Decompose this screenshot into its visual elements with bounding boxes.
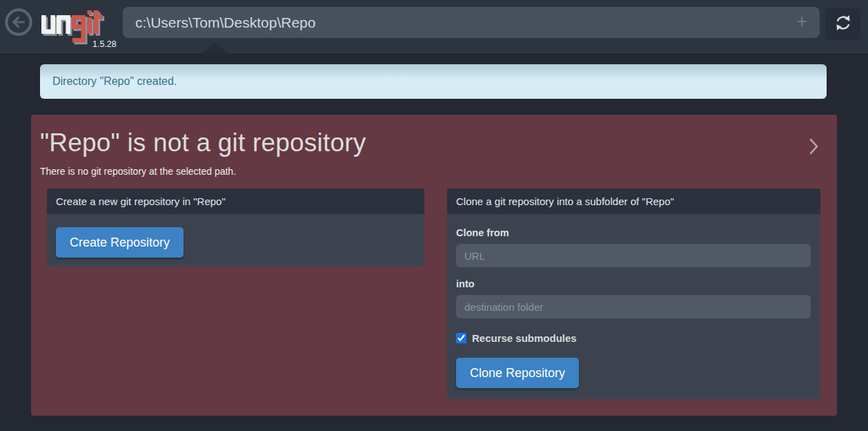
clone-from-label: Clone from	[456, 227, 811, 238]
arrow-left-circle-icon	[4, 27, 33, 39]
back-button[interactable]	[4, 8, 33, 37]
destination-folder-input[interactable]	[456, 295, 811, 318]
into-label: into	[456, 278, 811, 289]
recurse-submodules-checkbox[interactable]	[456, 333, 466, 343]
top-navigation-bar: 1.5.28 c:\Users\Tom\Desktop\Repo +	[0, 0, 868, 53]
create-repository-button[interactable]: Create Repository	[56, 227, 184, 258]
version-label: 1.5.28	[92, 39, 117, 49]
recurse-submodules-label[interactable]: Recurse submodules	[472, 332, 577, 344]
not-a-repository-panel: "Repo" is not a git repository There is …	[31, 115, 837, 416]
chevron-right-icon[interactable]	[809, 137, 819, 159]
refresh-icon	[834, 13, 853, 35]
clone-panel-header: Clone a git repository into a subfolder …	[447, 189, 820, 214]
panel-subtitle: There is no git repository at the select…	[40, 166, 236, 177]
info-alert: Directory "Repo" created.	[40, 64, 827, 99]
panel-title: "Repo" is not a git repository	[40, 128, 366, 157]
alert-text: Directory "Repo" created.	[52, 75, 177, 88]
clone-url-input[interactable]	[456, 244, 811, 267]
path-dropdown-pointer	[201, 43, 228, 53]
clone-repository-button[interactable]: Clone Repository	[456, 358, 579, 388]
create-panel-header: Create a new git repository in "Repo"	[47, 189, 424, 214]
refresh-button[interactable]	[825, 8, 860, 40]
create-repository-panel: Create a new git repository in "Repo" Cr…	[47, 189, 424, 267]
repository-path-text[interactable]: c:\Users\Tom\Desktop\Repo	[135, 7, 315, 38]
plus-icon[interactable]: +	[796, 7, 807, 37]
clone-repository-panel: Clone a git repository into a subfolder …	[447, 189, 820, 399]
repository-path-bar[interactable]: c:\Users\Tom\Desktop\Repo +	[123, 7, 820, 38]
